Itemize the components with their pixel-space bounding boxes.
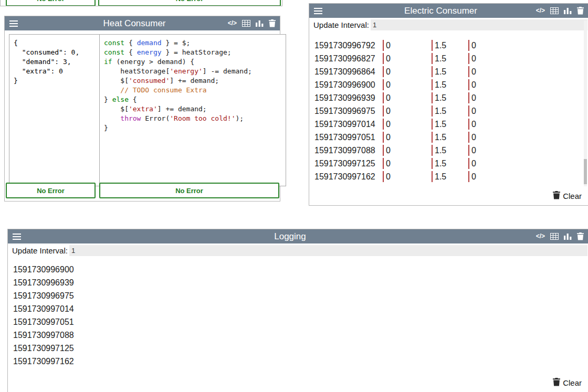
chart-icon[interactable]	[564, 7, 572, 14]
update-interval-input[interactable]: 1	[69, 245, 587, 256]
panel-title: Electric Consumer	[351, 4, 530, 18]
trash-icon	[553, 378, 560, 388]
update-interval-row: Update Interval: 1	[310, 19, 587, 30]
clear-button[interactable]: Clear	[553, 191, 582, 201]
table-icon[interactable]	[242, 20, 250, 27]
table-row: 159173099679201.50	[309, 39, 580, 52]
list-item: 1591730997051	[13, 315, 74, 329]
status-button[interactable]: No Error	[6, 183, 96, 198]
scrollbar[interactable]	[584, 20, 587, 186]
status-button[interactable]: No Error	[6, 0, 96, 6]
chart-icon[interactable]	[564, 233, 572, 240]
status-button[interactable]: No Error	[98, 0, 281, 6]
trash-icon[interactable]	[577, 7, 584, 15]
scrollbar-thumb[interactable]	[584, 159, 587, 184]
table-icon[interactable]	[550, 7, 559, 14]
code-icon[interactable]: </>	[536, 4, 545, 18]
update-interval-label: Update Interval:	[8, 246, 69, 255]
table-row: 159173099712501.50	[309, 157, 580, 171]
table-row: 159173099701401.50	[309, 118, 580, 131]
status-button[interactable]: No Error	[99, 183, 279, 198]
panel-header: Logging </>	[8, 229, 588, 243]
trash-icon[interactable]	[269, 19, 276, 27]
menu-icon[interactable]	[9, 20, 18, 27]
heat-code-box[interactable]: const { demand } = $;const { energy } = …	[99, 34, 286, 186]
heat-json-box[interactable]: { "consumed": 0, "demand": 3, "extra": 0…	[9, 34, 104, 186]
table-row: 159173099690001.50	[309, 79, 580, 92]
table-row: 159173099682701.50	[309, 52, 580, 66]
list-item: 1591730996975	[13, 289, 74, 302]
list-item: 1591730997088	[13, 329, 74, 342]
heat-consumer-panel: Heat Consumer </> { "consumed": 0, "dema…	[4, 16, 280, 202]
clear-label: Clear	[563, 378, 582, 387]
code-icon[interactable]: </>	[228, 16, 237, 30]
list-item: 1591730997014	[13, 302, 74, 315]
list-item: 1591730996900	[13, 263, 74, 276]
panel-header: Heat Consumer </>	[5, 16, 280, 30]
list-item: 1591730996939	[13, 276, 74, 289]
list-item: 1591730997125	[13, 342, 74, 355]
table-row: 159173099697501.50	[309, 105, 580, 118]
table-row: 159173099716201.50	[309, 171, 580, 184]
trash-icon	[553, 191, 560, 201]
panel-title: Heat Consumer	[47, 16, 222, 30]
panel-title: Logging	[50, 229, 530, 243]
chart-icon[interactable]	[256, 20, 264, 27]
code-icon[interactable]: </>	[536, 229, 545, 243]
menu-icon[interactable]	[314, 8, 322, 14]
list-item: 1591730997162	[13, 355, 74, 368]
electric-consumer-panel: Electric Consumer </> Update Interval: 1…	[309, 3, 588, 206]
clear-label: Clear	[563, 192, 582, 200]
clear-button[interactable]: Clear	[553, 378, 582, 388]
panel-cutoff: No Error No Error	[0, 0, 282, 6]
table-row: 159173099705101.50	[309, 131, 580, 144]
panel-header: Electric Consumer </>	[309, 4, 588, 18]
electric-rows: 159173099679201.50159173099682701.501591…	[309, 39, 580, 184]
update-interval-row: Update Interval: 1	[8, 245, 587, 256]
table-row: 159173099693901.50	[309, 92, 580, 105]
update-interval-label: Update Interval:	[310, 20, 371, 29]
logging-panel: Logging </> Update Interval: 1 159173099…	[7, 229, 588, 392]
logging-rows: 1591730996900159173099693915917309969751…	[13, 263, 74, 368]
menu-icon[interactable]	[13, 234, 21, 240]
table-icon[interactable]	[550, 233, 559, 240]
table-row: 159173099708801.50	[309, 144, 580, 157]
trash-icon[interactable]	[577, 232, 584, 240]
update-interval-input[interactable]: 1	[371, 19, 587, 30]
table-row: 159173099686401.50	[309, 66, 580, 79]
